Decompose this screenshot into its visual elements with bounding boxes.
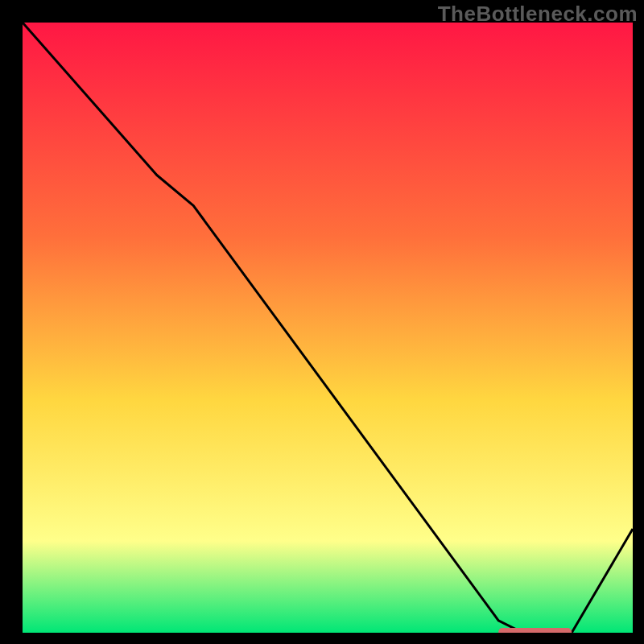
gradient-background [23,23,633,633]
bottleneck-chart-svg [23,23,633,633]
optimum-marker [498,628,572,633]
chart-frame: TheBottleneck.com [0,0,644,644]
plot-area [23,23,633,633]
